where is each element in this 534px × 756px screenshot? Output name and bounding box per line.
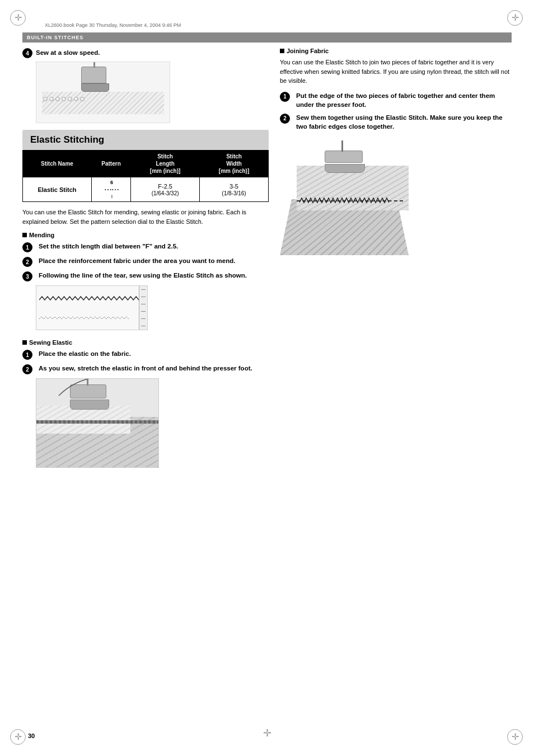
joining-machine-foot bbox=[325, 140, 364, 180]
joining-step2-row: 2 Sew them together using the Elastic St… bbox=[280, 113, 512, 131]
joining-step1-num: 1 bbox=[280, 92, 290, 102]
header-bar: BUILT-IN STITCHES bbox=[22, 32, 512, 43]
col-header-name: Stitch Name bbox=[23, 151, 92, 177]
corner-mark-tr: ✛ bbox=[507, 10, 524, 27]
beads-row bbox=[43, 97, 85, 101]
elastic-stitching-heading: Elastic Stitching bbox=[22, 130, 269, 150]
joining-step2-text: Sew them together using the Elastic Stit… bbox=[296, 113, 512, 131]
sewing-elastic-step2-text: As you sew, stretch the elastic in front… bbox=[39, 364, 252, 373]
step4-illustration bbox=[36, 62, 170, 123]
corner-mark-tl: ✛ bbox=[10, 10, 27, 27]
mending-step3-text: Following the line of the tear, sew usin… bbox=[39, 271, 247, 280]
machine-foot-elastic bbox=[70, 384, 109, 418]
sewing-elastic-step2-num: 2 bbox=[22, 364, 32, 374]
joining-step2-num: 2 bbox=[280, 114, 290, 124]
col-header-length: StitchLength[mm (inch)] bbox=[131, 151, 200, 177]
stitch-width-cell: 3-5(1/8-3/16) bbox=[200, 177, 269, 202]
presser-foot bbox=[81, 67, 109, 97]
step4-text: Sew at a slow speed. bbox=[36, 48, 100, 57]
bottom-center-mark: ✛ bbox=[263, 727, 271, 739]
stitch-table: Stitch Name Pattern StitchLength[mm (inc… bbox=[22, 150, 269, 202]
col-header-pattern: Pattern bbox=[91, 151, 130, 177]
page-number: 30 bbox=[28, 732, 35, 739]
col-header-width: StitchWidth[mm (inch)] bbox=[200, 151, 269, 177]
stitch-length-cell: F-2.5(1/64-3/32) bbox=[131, 177, 200, 202]
mending-step3-num: 3 bbox=[22, 271, 32, 281]
corner-mark-bl: ✛ bbox=[10, 729, 27, 746]
step4-number: 4 bbox=[22, 48, 32, 58]
step4-label-row: 4 Sew at a slow speed. bbox=[22, 48, 269, 58]
sewing-elastic-step1-num: 1 bbox=[22, 350, 32, 360]
joining-step1-row: 1 Put the edge of the two pieces of fabr… bbox=[280, 91, 512, 109]
step4-section: 4 Sew at a slow speed. bbox=[22, 48, 269, 123]
mending-step1-text: Set the stitch length dial between "F" a… bbox=[39, 242, 178, 251]
page: ✛ ✛ ✛ ✛ XL2600.book Page 30 Thursday, No… bbox=[0, 0, 534, 756]
mending-step2-text: Place the reinforcement fabric under the… bbox=[39, 256, 235, 265]
mending-step2-num: 2 bbox=[22, 257, 32, 267]
right-column: Joining Fabric You can use the Elastic S… bbox=[280, 48, 512, 722]
elastic-description: You can use the Elastic Stitch for mendi… bbox=[22, 208, 269, 226]
file-info: XL2600.book Page 30 Thursday, November 4… bbox=[45, 22, 181, 28]
stitch-name-cell: Elastic Stitch bbox=[23, 177, 92, 202]
corner-mark-br: ✛ bbox=[507, 729, 524, 746]
sewing-elastic-bullet bbox=[22, 340, 27, 345]
joining-description: You can use the Elastic Stitch to join t… bbox=[280, 58, 512, 86]
sewing-elastic-step1-row: 1 Place the elastic on the fabric. bbox=[22, 349, 269, 360]
sewing-elastic-step2-row: 2 As you sew, stretch the elastic in fro… bbox=[22, 364, 269, 374]
main-content: 4 Sew at a slow speed. bbox=[22, 48, 512, 722]
mending-step1-num: 1 bbox=[22, 242, 32, 252]
stitch-line-top bbox=[39, 296, 144, 300]
mending-step1-row: 1 Set the stitch length dial between "F"… bbox=[22, 242, 269, 252]
joining-step1-text: Put the edge of the two pieces of fabric… bbox=[296, 91, 512, 109]
ruler bbox=[139, 286, 147, 330]
mending-step3-row: 3 Following the line of the tear, sew us… bbox=[22, 271, 269, 281]
mending-bullet bbox=[22, 233, 27, 237]
sewing-elastic-heading: Sewing Elastic bbox=[22, 339, 269, 346]
left-column: 4 Sew at a slow speed. bbox=[22, 48, 269, 722]
mending-heading: Mending bbox=[22, 232, 269, 238]
stitch-line-bottom bbox=[39, 314, 144, 322]
mending-step2-row: 2 Place the reinforcement fabric under t… bbox=[22, 256, 269, 267]
stitch-diagram bbox=[36, 285, 159, 336]
elastic-illustration bbox=[36, 378, 159, 468]
joining-illustration bbox=[280, 138, 409, 255]
joining-fabric-heading: Joining Fabric bbox=[280, 48, 512, 54]
joining-bullet bbox=[280, 49, 284, 53]
sewing-elastic-step1-text: Place the elastic on the fabric. bbox=[39, 349, 131, 358]
stitch-pattern-cell: 6 ⋯⋯ ⁝⁝ bbox=[91, 177, 130, 202]
